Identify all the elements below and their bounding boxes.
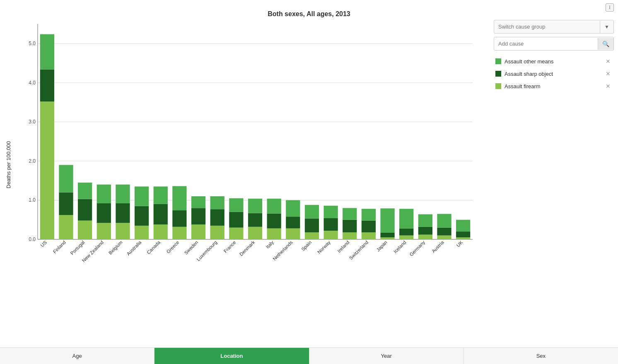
svg-rect-43 [172,210,186,227]
add-cause-container: 🔍 [494,37,614,51]
svg-rect-48 [191,196,205,208]
legend-remove-sharp[interactable]: ✕ [604,70,612,77]
bar-chart: 0.01.02.03.04.05.0USFinlandPortugalNew Z… [17,20,494,289]
svg-rect-63 [267,214,281,229]
search-icon[interactable]: 🔍 [598,38,613,50]
info-icon[interactable]: i [606,3,614,12]
svg-rect-82 [362,232,376,239]
legend-item-sharp: Assault sharp object ✕ [494,68,614,80]
tab-year[interactable]: Year [309,348,464,364]
svg-rect-47 [191,208,205,224]
svg-rect-95 [418,227,432,235]
svg-text:Italy: Italy [265,240,275,250]
svg-rect-84 [362,209,376,220]
svg-rect-15 [40,70,54,102]
svg-rect-96 [418,214,432,227]
dropdown-arrow-icon[interactable]: ▼ [600,21,613,33]
svg-rect-83 [362,221,376,232]
svg-text:Iceland: Iceland [393,240,407,254]
svg-text:Netherlands: Netherlands [272,240,294,262]
tab-location-label: Location [220,353,243,359]
svg-rect-16 [40,34,54,70]
legend-color-firearm [495,83,501,89]
svg-rect-66 [286,229,300,239]
legend-remove-firearm[interactable]: ✕ [604,83,612,89]
chart-area: Both sexes, All ages, 2013 Deaths per 10… [0,0,618,347]
svg-text:5.0: 5.0 [29,41,36,46]
svg-rect-23 [78,199,92,221]
svg-rect-40 [154,186,168,204]
svg-rect-99 [437,228,451,236]
svg-rect-98 [437,236,451,239]
svg-rect-60 [248,199,262,213]
chart-content: 0.01.02.03.04.05.0USFinlandPortugalNew Z… [17,20,494,342]
legend-label-other: Assault other means [505,58,604,65]
tab-location[interactable]: Location [154,348,309,364]
svg-rect-56 [229,198,243,212]
add-cause-input[interactable] [494,37,598,50]
svg-rect-94 [418,235,432,239]
svg-rect-51 [210,209,225,226]
svg-rect-74 [323,231,338,239]
svg-rect-50 [210,226,225,239]
svg-rect-62 [267,229,281,239]
svg-rect-52 [210,196,225,209]
svg-rect-28 [97,185,111,203]
svg-rect-36 [135,186,149,206]
svg-rect-91 [399,229,413,236]
chart-title: Both sexes, All ages, 2013 [0,4,618,20]
y-axis-label: Deaths per 100,000 [0,20,17,309]
legend-label-sharp: Assault sharp object [505,71,604,77]
svg-rect-78 [343,232,357,239]
svg-rect-27 [97,203,111,223]
svg-text:Germany: Germany [408,240,426,257]
svg-rect-92 [399,209,413,228]
legend-item-firearm: Assault firearm ✕ [494,80,614,92]
svg-rect-76 [323,206,338,218]
svg-rect-100 [437,214,451,228]
svg-rect-72 [305,205,319,219]
svg-rect-67 [286,217,300,228]
svg-text:Finland: Finland [52,240,67,254]
svg-text:Austria: Austria [431,240,445,254]
svg-rect-22 [78,221,92,239]
svg-rect-34 [135,226,149,239]
svg-text:Luxembourg: Luxembourg [196,240,218,262]
legend-remove-other[interactable]: ✕ [604,58,612,65]
svg-rect-79 [343,220,357,232]
svg-rect-19 [59,193,73,215]
svg-rect-75 [323,218,338,231]
switch-cause-group-container: ▼ [494,20,614,34]
tab-sex[interactable]: Sex [464,348,618,364]
svg-rect-46 [191,224,205,239]
switch-cause-input[interactable] [494,20,600,33]
svg-rect-104 [456,220,470,231]
svg-text:Ireland: Ireland [336,240,350,253]
svg-rect-87 [380,233,394,237]
svg-rect-55 [229,212,243,228]
svg-rect-103 [456,231,470,237]
svg-rect-18 [59,215,73,239]
legend-color-sharp [495,71,501,77]
bottom-tabs: Age Location Year Sex [0,347,618,364]
svg-text:Sweden: Sweden [183,240,199,256]
svg-rect-59 [248,213,262,227]
svg-rect-88 [380,208,394,233]
svg-text:Switzerland: Switzerland [348,240,369,261]
svg-rect-14 [40,101,54,239]
svg-rect-38 [154,224,168,239]
main-container: Both sexes, All ages, 2013 Deaths per 10… [0,0,618,364]
svg-text:3.0: 3.0 [29,119,36,125]
tab-year-label: Year [381,353,391,359]
svg-rect-70 [305,232,319,239]
svg-rect-26 [97,223,111,239]
svg-rect-90 [399,236,413,239]
svg-text:UK: UK [456,240,464,248]
tab-age[interactable]: Age [0,348,154,364]
svg-rect-58 [248,227,262,239]
svg-text:Australia: Australia [126,240,142,257]
svg-rect-64 [267,199,281,214]
svg-rect-68 [286,200,300,217]
svg-text:Portugal: Portugal [70,240,86,256]
legend-item-other: Assault other means ✕ [494,55,614,67]
